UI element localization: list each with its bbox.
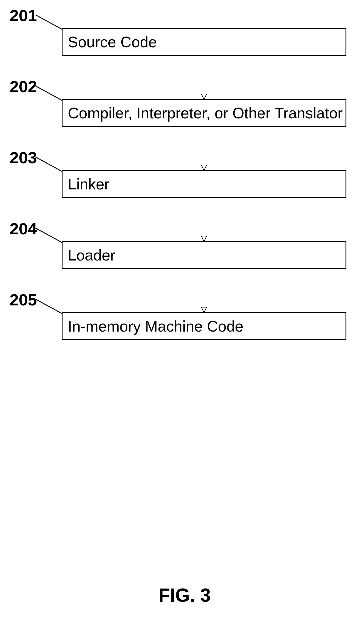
diagram-canvas: 201 Source Code 202 Compiler, Interprete… xyxy=(0,0,364,632)
node-label-203: 203 xyxy=(5,148,37,167)
node-label-202: 202 xyxy=(5,77,37,96)
arrow-202-203 xyxy=(200,127,208,171)
box-loader: Loader xyxy=(62,241,346,269)
box-text-204: Loader xyxy=(68,246,115,264)
arrow-201-202 xyxy=(200,56,208,100)
box-machine-code: In-memory Machine Code xyxy=(62,312,346,340)
node-label-204: 204 xyxy=(5,219,37,238)
arrow-203-204 xyxy=(200,198,208,242)
box-source-code: Source Code xyxy=(62,28,346,56)
box-linker: Linker xyxy=(62,170,346,198)
box-text-205: In-memory Machine Code xyxy=(68,317,243,335)
arrow-204-205 xyxy=(200,269,208,313)
box-compiler: Compiler, Interpreter, or Other Translat… xyxy=(62,99,346,127)
box-text-203: Linker xyxy=(68,175,109,193)
box-text-201: Source Code xyxy=(68,33,157,51)
box-text-202: Compiler, Interpreter, or Other Translat… xyxy=(68,104,343,122)
figure-caption: FIG. 3 xyxy=(159,584,211,606)
node-label-201: 201 xyxy=(5,6,37,25)
node-label-205: 205 xyxy=(5,290,37,309)
